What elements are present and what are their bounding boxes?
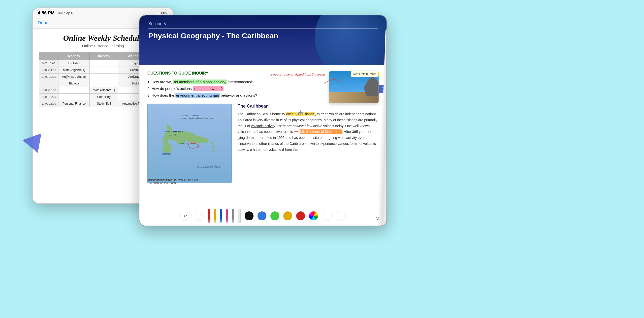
status-time: 4:56 PM <box>38 11 54 16</box>
status-date: Tue Sep 6 <box>57 11 73 15</box>
tuesday-header: Tuesday <box>90 52 118 60</box>
callout-annotation: Mark this number <box>351 71 378 77</box>
color-spectrum-swatch[interactable] <box>309 211 318 220</box>
map-container: Scale 1:12,500,000 Lambert Conformal Con… <box>147 104 232 183</box>
table-cell: Art(Private Guitar) <box>58 74 89 80</box>
red-pen-tool[interactable] <box>208 209 210 223</box>
content-row: Scale 1:12,500,000 Lambert Conformal Con… <box>147 104 378 183</box>
undo-button[interactable]: ↩ <box>180 211 190 221</box>
highlight-montserrat: Mt. Soufriere of Montserrat <box>300 129 342 134</box>
table-cell: English 3 <box>58 60 89 67</box>
star-decoration: ✦ <box>298 109 304 117</box>
color-green-swatch[interactable] <box>270 211 279 220</box>
annotation-callout: It needs to be analyzed from 3 aspects <box>270 73 326 76</box>
table-cell: Chemistry <box>90 94 118 100</box>
status-left: 4:56 PM Tue Sep 6 <box>38 11 73 16</box>
svg-point-6 <box>212 146 214 148</box>
underline-volcanic: volcanic activity <box>251 124 275 128</box>
redo-button[interactable]: ↪ <box>194 211 204 221</box>
table-cell: Math (Algebra 1) <box>58 67 89 74</box>
image-source: Image source: http:/CIA_map_of_the_Carib… <box>147 178 178 184</box>
time-cell: 17:00-18:00 <box>39 100 59 107</box>
add-button[interactable]: + <box>322 211 332 221</box>
svg-point-8 <box>188 143 199 148</box>
caribbean-title: The Caribbean <box>238 104 378 109</box>
annotation-arrow-svg <box>322 76 342 86</box>
color-yellow-swatch[interactable] <box>283 211 292 220</box>
textbook-body: Mark this number It needs to be analyzed… <box>140 65 386 207</box>
time-cell <box>39 80 59 87</box>
map-svg: Scale 1:12,500,000 Lambert Conformal Con… <box>148 104 232 183</box>
time-cell: 10:00-11:00 <box>39 67 59 74</box>
time-header <box>39 52 59 60</box>
time-cell: 15:00-16:00 <box>39 87 59 94</box>
time-cell: 16:00-17:00 <box>39 94 59 100</box>
svg-point-7 <box>212 150 214 152</box>
done-button[interactable]: Done <box>38 20 48 26</box>
svg-text:Scale 1:12,500,000: Scale 1:12,500,000 <box>182 114 201 117</box>
table-cell <box>90 60 118 67</box>
highlight-blue-text: environment affect human <box>176 93 220 98</box>
table-cell: Math (Algebra 1) <box>90 87 118 94</box>
svg-point-5 <box>210 142 213 144</box>
text-section: The Caribbean The Caribbean Sea is home … <box>238 104 378 183</box>
table-cell <box>90 74 118 80</box>
table-cell <box>90 67 118 74</box>
battery-indicator: 88% <box>161 11 168 15</box>
section-label: Section 5 <box>148 21 378 26</box>
svg-text:Caribbean Sea: Caribbean Sea <box>197 165 220 169</box>
highlight-green-text: as members of a global society, <box>173 80 227 84</box>
caribbean-text: The Caribbean Sea is home to over 7,000 … <box>238 111 378 153</box>
textbook-header: Section 5 Physical Geography - The Carib… <box>140 16 386 65</box>
status-icons: ∞ 88% <box>157 11 168 15</box>
table-cell: Biology <box>58 80 89 87</box>
time-cell: 9:00-10:00 <box>39 60 59 67</box>
right-ipad: Section 5 Physical Geography - The Carib… <box>139 15 387 226</box>
ref-arrow <box>294 130 299 133</box>
svg-marker-17 <box>297 131 298 132</box>
color-blue-swatch[interactable] <box>258 211 266 220</box>
svg-text:NORTERN: NORTERN <box>162 153 172 155</box>
section-divider <box>148 28 378 29</box>
ruler-tool[interactable] <box>238 209 241 223</box>
more-button[interactable]: ··· <box>336 211 346 221</box>
svg-text:JAMAICA: JAMAICA <box>179 142 188 144</box>
pink-pen-tool[interactable] <box>226 209 228 223</box>
table-cell: Study Skill <box>90 100 118 107</box>
table-cell: Personal Finance <box>58 100 89 107</box>
gray-pen-tool[interactable] <box>232 209 234 223</box>
table-cell <box>58 87 89 94</box>
highlight-pink-text: impact the world? <box>193 86 224 91</box>
color-black-swatch[interactable] <box>244 211 254 220</box>
svg-text:THE BAHAMAS: THE BAHAMAS <box>165 130 183 133</box>
svg-point-4 <box>200 138 209 143</box>
yellow-pen-tool[interactable] <box>214 209 216 223</box>
svg-text:CUBA: CUBA <box>169 133 177 136</box>
section-title: Physical Geography - The Caribbean <box>148 32 378 40</box>
table-cell <box>90 80 118 87</box>
color-red-swatch[interactable] <box>296 211 305 220</box>
wifi-icon: ∞ <box>157 11 159 15</box>
svg-text:Lambert Conformal Conic Projec: Lambert Conformal Conic Projection <box>181 117 212 119</box>
pencil-line <box>386 48 387 48</box>
blue-arrow-decoration <box>21 130 42 153</box>
table-cell <box>58 94 89 100</box>
time-cell: 11:00-12:00 <box>39 74 59 80</box>
blue-pen-tool[interactable] <box>220 209 222 223</box>
textbook-toolbar: ↩ ↪ + ··· <box>140 206 386 226</box>
monday-header: Monday <box>58 52 89 60</box>
